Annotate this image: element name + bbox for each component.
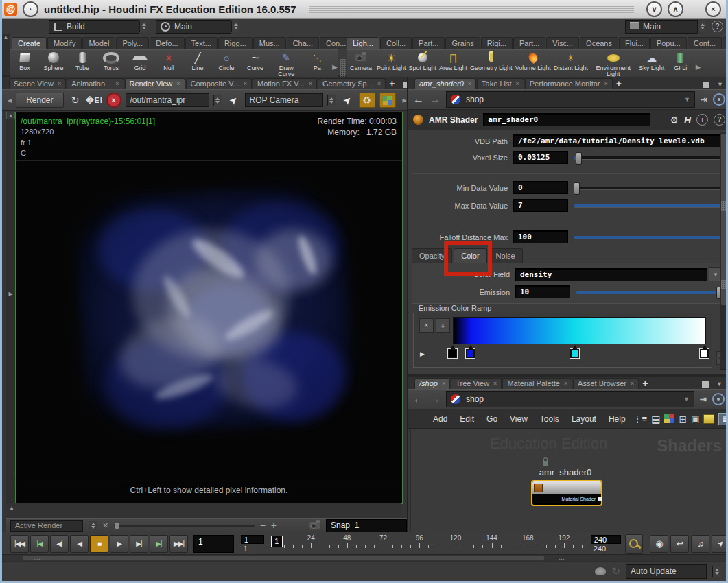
- net-menu-view[interactable]: View: [505, 414, 532, 424]
- shelf-tool-distant-light[interactable]: ☀Distant Light: [552, 50, 589, 72]
- jump-start-button[interactable]: |◀◀: [10, 535, 29, 553]
- close-tab-icon[interactable]: ×: [516, 80, 519, 87]
- close-tab-icon[interactable]: ×: [58, 80, 61, 87]
- background-image-icon[interactable]: ▦: [718, 413, 728, 425]
- windows-icon[interactable]: ▣: [691, 414, 699, 424]
- playback-mode-icon[interactable]: ◉: [650, 535, 668, 553]
- shelf-tab-defo[interactable]: Defo...: [150, 37, 184, 49]
- toolbar-left-arrow-icon[interactable]: ◀: [8, 97, 12, 104]
- pane-tab-asset-browser[interactable]: Asset Browser×: [573, 378, 639, 389]
- pane-maximize-icon[interactable]: [702, 381, 709, 388]
- update-mode-spinner[interactable]: [712, 566, 720, 577]
- shelf-tab-rigi[interactable]: Rigi...: [481, 37, 513, 49]
- net-path-dropdown-icon[interactable]: ▼: [683, 396, 690, 403]
- voxel-size-field[interactable]: 0.03125: [513, 151, 568, 164]
- network-path-field[interactable]: shop ▼: [446, 391, 694, 407]
- render-viewport[interactable]: /out/mantra_ipr(raytrace)-15:56:01[1] 12…: [15, 112, 403, 504]
- shader-node[interactable]: Material Shader: [531, 480, 602, 506]
- network-canvas[interactable]: Education Edition Shaders amr_shader0 Ma…: [410, 429, 728, 533]
- new-pane-tab-icon[interactable]: +: [639, 378, 650, 389]
- net-menu-edit[interactable]: Edit: [455, 414, 479, 424]
- cook-refresh-icon[interactable]: ↻: [611, 565, 620, 578]
- shelf-tool-area-light[interactable]: ∏Area Light: [438, 50, 469, 72]
- pane-tab-scene-view[interactable]: Scene View×: [9, 78, 66, 89]
- shelf-tab-oceans[interactable]: Oceans: [580, 37, 618, 49]
- shelf-tool-spot-light[interactable]: Spot Light: [408, 50, 438, 72]
- shelf-tool-tube[interactable]: Tube: [68, 50, 97, 72]
- pane-tab-render-view[interactable]: Render View×: [125, 78, 185, 89]
- desktop-main-spinner[interactable]: [698, 21, 706, 32]
- choose-rop-icon[interactable]: ➤: [223, 90, 244, 110]
- refresh-render-icon[interactable]: ↻: [68, 93, 83, 107]
- node-name-field[interactable]: amr_shader0: [483, 113, 650, 126]
- pane-tab-amr-shader0[interactable]: amr_shader0×: [414, 78, 476, 89]
- min-data-field[interactable]: 0: [513, 181, 568, 194]
- shelf-tool-environment-light[interactable]: Environment Light: [589, 50, 637, 78]
- shelf-tab-text[interactable]: Text...: [185, 37, 218, 49]
- current-frame-field[interactable]: 1: [193, 535, 234, 553]
- zoom-out-icon[interactable]: −: [260, 520, 266, 531]
- ramp-point-0[interactable]: [448, 349, 457, 358]
- next-frame-button[interactable]: ▶|: [130, 535, 148, 553]
- loop-mode-icon[interactable]: ↩: [670, 535, 689, 553]
- preview-mode-icon[interactable]: ♻: [359, 93, 375, 108]
- pane-tab-shop[interactable]: /shop×: [414, 378, 450, 389]
- net-forward-icon[interactable]: →: [430, 393, 441, 405]
- shelf-tab-grains[interactable]: Grains: [445, 37, 480, 49]
- shelf-divider-grip[interactable]: [340, 59, 346, 77]
- shelf-tool-gi-li[interactable]: GI Li: [666, 50, 695, 72]
- pane-tab-material-palette[interactable]: Material Palette×: [502, 378, 572, 389]
- shelf-tab-ligh[interactable]: Ligh...: [347, 37, 379, 49]
- shelf-tab-part[interactable]: Part...: [513, 37, 545, 49]
- shelf-overflow-icon[interactable]: ▶: [331, 58, 338, 71]
- shelf-tool-line[interactable]: ╱Line: [183, 50, 212, 72]
- rop-spinner[interactable]: [213, 95, 222, 106]
- shelf-tab-cha[interactable]: Cha...: [287, 37, 319, 49]
- ramp-expand-icon[interactable]: ▶: [420, 350, 425, 357]
- camera-spinner[interactable]: [327, 95, 336, 106]
- viewport-scrollbar[interactable]: ▲ ▶: [6, 112, 16, 518]
- toolbar-right-arrow-icon[interactable]: ▶: [403, 97, 407, 104]
- pane-tab-animation[interactable]: Animation...×: [67, 78, 124, 89]
- shelf-tool-circle[interactable]: ○Circle: [212, 50, 241, 72]
- color-field-value[interactable]: density: [515, 268, 707, 281]
- shelf-tool-sphere[interactable]: Sphere: [39, 50, 68, 72]
- falloff-field[interactable]: 100: [513, 230, 568, 243]
- pane-tab-tree-view[interactable]: Tree View×: [451, 378, 502, 389]
- max-data-slider[interactable]: [574, 200, 726, 211]
- close-tab-icon[interactable]: ×: [377, 80, 381, 87]
- shelf-overflow-icon[interactable]: ▶: [695, 58, 702, 71]
- maximize-button[interactable]: ∧: [668, 1, 683, 17]
- zoom-in-icon[interactable]: +: [271, 520, 277, 531]
- title-bar[interactable]: @ · untitled.hip - Houdini FX Education …: [0, 0, 728, 19]
- render-button[interactable]: Render: [16, 93, 63, 108]
- net-menu-tools[interactable]: Tools: [535, 414, 564, 424]
- pane-tab-take-list[interactable]: Take List×: [477, 78, 524, 89]
- shelf-scroll-sliver[interactable]: ▲: [2, 34, 10, 75]
- close-tab-icon[interactable]: ×: [604, 80, 608, 87]
- close-button[interactable]: ×: [705, 1, 721, 17]
- pause-render-icon[interactable]: �El: [87, 93, 102, 107]
- snapshot-field[interactable]: Snap 1: [326, 519, 407, 532]
- shelf-tool-box[interactable]: Box: [10, 50, 39, 72]
- shelf-tool-curve[interactable]: ~Curve: [241, 50, 270, 72]
- active-render-selector[interactable]: Active Render: [10, 520, 83, 532]
- net-menu-add[interactable]: Add: [428, 414, 452, 424]
- shelf-tool-volume-light[interactable]: Volume Light: [514, 50, 552, 72]
- close-tab-icon[interactable]: ×: [493, 380, 497, 387]
- max-data-field[interactable]: 7: [513, 199, 568, 212]
- palette-icon[interactable]: [664, 414, 674, 423]
- camera-selector[interactable]: ROP Camera: [245, 93, 323, 107]
- desktop-spinner[interactable]: [139, 21, 148, 32]
- memory-brain-icon[interactable]: [595, 567, 606, 575]
- falloff-slider[interactable]: [574, 232, 726, 243]
- follow-selection-icon[interactable]: [713, 93, 725, 106]
- grid-view-icon[interactable]: ⊞: [679, 414, 687, 425]
- net-back-icon[interactable]: ←: [413, 393, 424, 405]
- shelf-tool-null[interactable]: ✳Null: [154, 50, 183, 72]
- shelf-tool-torus[interactable]: Torus: [97, 50, 126, 72]
- net-pin-icon[interactable]: ⇥: [700, 394, 707, 404]
- path-dropdown-icon[interactable]: ▼: [684, 96, 690, 103]
- folder-tab-noise[interactable]: Noise: [489, 248, 523, 263]
- emission-slider[interactable]: [576, 287, 723, 298]
